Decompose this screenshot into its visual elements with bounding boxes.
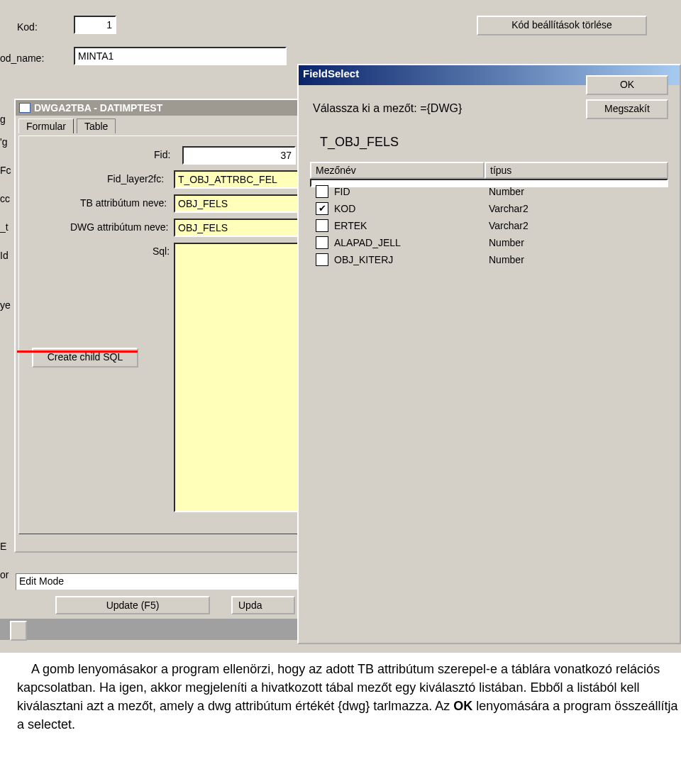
corner-handle [10, 621, 27, 641]
sql-label: Sql: [153, 245, 170, 257]
field-name: ALAPAD_JELL [334, 237, 489, 248]
list-item[interactable]: ✔KODVarchar2 [316, 200, 663, 217]
list-item[interactable]: FIDNumber [316, 183, 663, 200]
list-item[interactable]: ERTEKVarchar2 [316, 217, 663, 234]
field-type: Varchar2 [489, 220, 663, 231]
tab-table[interactable]: Table [77, 118, 116, 133]
cancel-button[interactable]: Megszakít [586, 99, 668, 119]
checkbox-icon[interactable] [316, 236, 328, 249]
left-fragments: g 'g Fc cс _t Id ye E or [0, 114, 13, 580]
col-name[interactable]: Mezőnév [310, 162, 485, 179]
field-name: FID [334, 186, 489, 197]
kod-field[interactable]: 1 [74, 16, 116, 34]
fieldselect-prompt: Válassza ki a mezőt: ={DWG} [313, 102, 462, 115]
sql-field[interactable] [174, 243, 301, 512]
upda-button-fragment[interactable]: Upda [231, 596, 295, 614]
col-type[interactable]: típus [485, 162, 668, 179]
clear-code-settings-button[interactable]: Kód beállítások törlése [477, 16, 647, 35]
status-bar: Edit Mode [16, 573, 306, 590]
update-button[interactable]: Update (F5) [55, 596, 210, 614]
subwindow-title: DWGA2TBA - DATIMPTEST [34, 100, 162, 116]
list-item[interactable]: OBJ_KITERJNumber [316, 251, 663, 268]
dwga2tba-window: DWGA2TBA - DATIMPTEST Formular Table Fid… [14, 99, 312, 553]
window-icon [19, 103, 31, 113]
odname-label: od_name: [0, 53, 44, 64]
tbattr-label: TB attribútum neve: [80, 197, 167, 209]
fieldselect-objname: T_OBJ_FELS [320, 135, 399, 150]
fieldselect-dialog: FieldSelect Válassza ki a mezőt: ={DWG} … [297, 64, 681, 644]
ok-button[interactable]: OK [586, 75, 668, 95]
red-underline [17, 350, 138, 353]
tab-content: Fid: 37 Fid_layer2fc: T_OBJ_ATTRBC_FEL T… [18, 136, 308, 534]
tbattr-field[interactable]: OBJ_FELS [174, 194, 301, 213]
odname-field[interactable]: MINTA1 [74, 47, 287, 65]
field-type: Number [489, 186, 663, 197]
fidlayer-label: Fid_layer2fc: [107, 173, 164, 184]
field-type: Varchar2 [489, 203, 663, 214]
tabs: Formular Table [18, 117, 308, 136]
field-name: OBJ_KITERJ [334, 254, 489, 265]
fid-field[interactable]: 37 [182, 146, 296, 165]
field-type: Number [489, 254, 663, 265]
list-header: Mezőnév típus [310, 162, 668, 179]
list-item[interactable]: ALAPAD_JELLNumber [316, 234, 663, 251]
fieldselect-list[interactable]: FIDNumber✔KODVarchar2ERTEKVarchar2ALAPAD… [310, 179, 668, 187]
document-text: A gomb lenyomásakor a program ellenörzi,… [17, 660, 681, 734]
dwgattr-label: DWG attribútum neve: [70, 221, 169, 233]
checkbox-icon[interactable] [316, 219, 328, 232]
kod-label: Kod: [17, 21, 38, 33]
field-type: Number [489, 237, 663, 248]
tab-formular[interactable]: Formular [18, 118, 74, 133]
fidlayer-field[interactable]: T_OBJ_ATTRBC_FEL [174, 170, 301, 189]
subwindow-titlebar[interactable]: DWGA2TBA - DATIMPTEST [16, 100, 311, 116]
dwgattr-field[interactable]: OBJ_FELS [174, 219, 301, 237]
field-name: KOD [334, 203, 489, 214]
fid-label: Fid: [154, 149, 170, 160]
checkbox-icon[interactable]: ✔ [316, 202, 328, 215]
checkbox-icon[interactable] [316, 185, 328, 198]
field-name: ERTEK [334, 220, 489, 231]
checkbox-icon[interactable] [316, 253, 328, 266]
